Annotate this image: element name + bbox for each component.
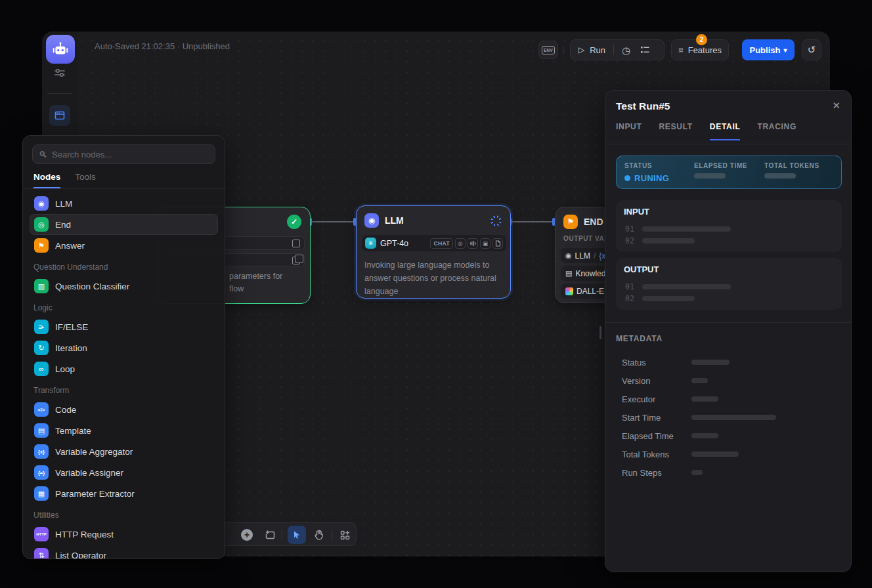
chevron-down-icon: ▾ — [783, 47, 787, 54]
run-panel-tabs: INPUT RESULT DETAIL TRACING — [616, 122, 796, 140]
node-item-code[interactable]: </> Code — [30, 399, 218, 420]
edge-start-to-llm — [311, 221, 356, 222]
add-note-button[interactable] — [262, 527, 278, 543]
preview-window-icon[interactable] — [49, 105, 70, 126]
node-item-template[interactable]: ▤ Template — [30, 420, 218, 441]
llm-mini-icon: ◉ — [565, 252, 572, 259]
node-item-end[interactable]: ◎ End — [30, 214, 218, 235]
input-card-title: INPUT — [624, 207, 649, 217]
metadata-label: Version — [622, 376, 691, 386]
node-item-parameter-extractor[interactable]: ▦ Parameter Extractor — [30, 483, 218, 504]
success-check-icon: ✓ — [287, 215, 301, 229]
toolbar-divider — [282, 530, 282, 540]
node-item-if-else[interactable]: ⋔ IF/ELSE — [30, 316, 218, 337]
skeleton-bar — [691, 360, 730, 365]
test-run-title: Test Run#5 — [616, 100, 670, 112]
node-item-question-classifier[interactable]: ▥ Question Classifier — [30, 276, 218, 297]
preferences-sliders-icon[interactable] — [53, 66, 67, 80]
running-status-dot — [624, 175, 630, 181]
env-icon: ENV — [542, 46, 555, 54]
vision-capability-icon: ◎ — [455, 238, 466, 249]
chat-mode-badge: CHAT — [430, 238, 453, 249]
env-variables-button[interactable]: ENV — [538, 41, 558, 59]
document-capability-icon — [492, 238, 503, 249]
node-list: ◉ LLM ◎ End ⚑ Answer Question Understand… — [23, 189, 225, 559]
tab-detail[interactable]: DETAIL — [710, 122, 741, 140]
close-icon[interactable]: ✕ — [832, 100, 840, 112]
metadata-label: Status — [622, 358, 691, 368]
tab-tools[interactable]: Tools — [75, 172, 96, 188]
scrollbar-thumb[interactable] — [600, 326, 601, 339]
toolbar-divider — [332, 530, 332, 540]
node-item-variable-aggregator[interactable]: {x} Variable Aggregator — [30, 441, 218, 462]
skeleton-bar — [642, 226, 731, 232]
sidebar-divider — [47, 93, 72, 94]
copy-icon[interactable] — [292, 240, 300, 247]
variable-aggregator-icon: {x} — [34, 444, 49, 459]
end-icon: ◎ — [34, 217, 49, 232]
tab-result[interactable]: RESULT — [659, 122, 693, 140]
status-card: STATUS RUNING ELAPSED TIME TOTAL TOKENS — [616, 156, 842, 189]
app-logo-robot-icon[interactable] — [46, 35, 75, 64]
run-button[interactable]: Run — [590, 45, 605, 55]
node-item-variable-assigner[interactable]: {=} Variable Assigner — [30, 462, 218, 483]
node-item-iteration[interactable]: ↻ Iteration — [30, 337, 218, 358]
node-item-http-request[interactable]: HTTP HTTP Request — [30, 524, 218, 545]
node-search-box[interactable]: 🔍︎ — [32, 144, 215, 164]
line-number: 02 — [625, 294, 634, 303]
skeleton-bar — [691, 470, 703, 475]
input-card: INPUT 01 02 — [616, 200, 842, 252]
history-icon: ↺ — [808, 44, 816, 56]
line-number: 02 — [625, 236, 634, 245]
tab-input[interactable]: INPUT — [616, 122, 642, 140]
publish-button[interactable]: Publish ▾ — [742, 39, 795, 60]
hand-mode-button[interactable] — [311, 527, 326, 543]
end-icon: ⚑ — [563, 215, 578, 229]
llm-node[interactable]: ◉ LLM ✳ GPT-4o CHAT ◎ ▣ Invoking large l… — [356, 205, 511, 299]
run-group-divider — [613, 45, 614, 55]
question-classifier-icon: ▥ — [34, 279, 49, 293]
running-status-value: RUNING — [634, 173, 669, 183]
parameter-extractor-icon: ▦ — [34, 486, 49, 501]
duplicate-icon[interactable] — [292, 257, 300, 264]
skeleton-bar — [642, 296, 695, 301]
metadata-title: METADATA — [616, 334, 663, 343]
features-label: Features — [688, 45, 722, 55]
organize-layout-button[interactable] — [337, 527, 353, 543]
run-history-clock-icon[interactable]: ◷ — [622, 45, 630, 55]
dalle-mini-icon — [565, 287, 573, 295]
node-item-answer[interactable]: ⚑ Answer — [30, 235, 218, 256]
image-capability-icon: ▣ — [480, 238, 490, 249]
node-item-llm[interactable]: ◉ LLM — [30, 193, 218, 214]
add-node-button[interactable]: + — [239, 527, 255, 543]
skeleton-bar — [642, 284, 731, 289]
elapsed-time-label: ELAPSED TIME — [694, 162, 747, 169]
node-search-panel: 🔍︎ Nodes Tools ◉ LLM ◎ End ⚑ Answer Ques… — [22, 135, 225, 559]
llm-node-description: Invoking large language models to answer… — [364, 259, 504, 298]
llm-node-title: LLM — [385, 215, 404, 226]
line-number: 01 — [625, 282, 634, 291]
node-item-loop[interactable]: ∞ Loop — [30, 358, 218, 379]
play-icon: ▷ — [578, 45, 584, 54]
version-history-button[interactable]: ↺ — [802, 39, 821, 60]
total-tokens-label: TOTAL TOKENS — [764, 162, 819, 169]
output-card: OUTPUT 01 02 — [616, 258, 842, 310]
llm-icon: ◉ — [364, 213, 379, 228]
model-capability-badges: CHAT ◎ ▣ — [430, 238, 503, 249]
node-item-list-operator[interactable]: ⇅ List Operator — [30, 545, 218, 559]
search-input[interactable] — [52, 150, 209, 159]
run-button-group: ▷ Run ◷ — [570, 39, 665, 60]
group-title-question-understand: Question Understand — [30, 256, 218, 276]
audio-capability-icon — [468, 238, 478, 249]
model-name: GPT-4o — [380, 239, 408, 248]
start-node-description: parameters for flow — [229, 270, 308, 296]
checklist-icon[interactable] — [640, 45, 650, 55]
template-icon: ▤ — [34, 423, 49, 438]
model-selector[interactable]: ✳ GPT-4o CHAT ◎ ▣ — [362, 235, 506, 251]
cursor-icon — [292, 530, 301, 539]
pointer-mode-button[interactable] — [288, 526, 306, 544]
organize-icon — [340, 530, 350, 540]
tab-nodes[interactable]: Nodes — [33, 172, 60, 188]
variable-assigner-icon: {=} — [34, 465, 49, 480]
tab-tracing[interactable]: TRACING — [757, 122, 796, 140]
